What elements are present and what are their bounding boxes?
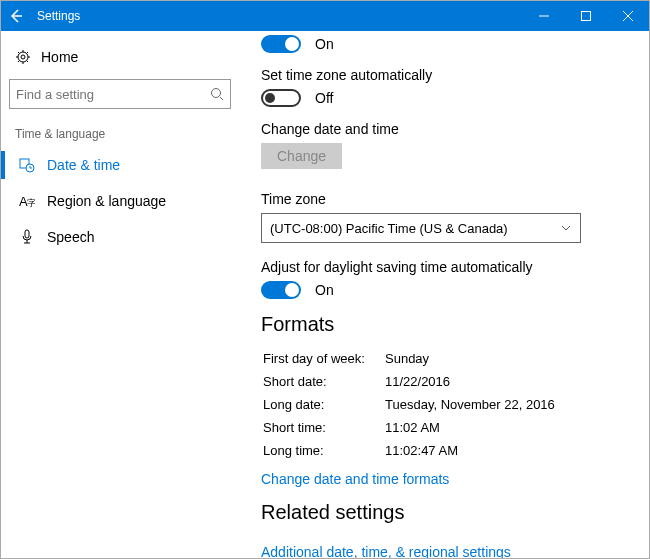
fmt-key: Short time:	[263, 417, 383, 438]
maximize-icon	[581, 11, 591, 21]
additional-settings-link[interactable]: Additional date, time, & regional settin…	[261, 544, 511, 558]
sidebar-item-speech[interactable]: Speech	[9, 219, 231, 255]
sidebar: Home Time & language Date & time A字 Regi…	[1, 31, 239, 558]
minimize-button[interactable]	[523, 1, 565, 31]
globe-letter-icon: A字	[19, 193, 35, 209]
fmt-key: Long date:	[263, 394, 383, 415]
sidebar-item-label: Date & time	[47, 157, 120, 173]
toggle-state: Off	[315, 90, 333, 106]
arrow-left-icon	[8, 8, 24, 24]
svg-point-3	[212, 89, 221, 98]
change-formats-link[interactable]: Change date and time formats	[261, 471, 449, 487]
back-button[interactable]	[1, 1, 31, 31]
formats-table: First day of week:Sunday Short date:11/2…	[261, 346, 557, 463]
sidebar-home-label: Home	[41, 49, 78, 65]
timezone-dropdown[interactable]: (UTC-08:00) Pacific Time (US & Canada)	[261, 213, 581, 243]
window-controls	[523, 1, 649, 31]
sidebar-group-label: Time & language	[15, 127, 231, 141]
toggle-state: On	[315, 282, 334, 298]
fmt-key: Short date:	[263, 371, 383, 392]
chevron-down-icon	[560, 222, 572, 234]
timezone-value: (UTC-08:00) Pacific Time (US & Canada)	[270, 221, 508, 236]
microphone-icon	[19, 229, 35, 245]
svg-rect-0	[582, 12, 591, 21]
close-icon	[623, 11, 633, 21]
svg-text:字: 字	[27, 198, 35, 208]
toggle-row-initial: On	[261, 35, 637, 53]
fmt-key: Long time:	[263, 440, 383, 461]
search-icon	[210, 87, 224, 101]
change-button: Change	[261, 143, 342, 169]
toggle-row-tzauto: Off	[261, 89, 637, 107]
fmt-val: Tuesday, November 22, 2016	[385, 394, 555, 415]
search-input[interactable]	[16, 87, 210, 102]
toggle-state: On	[315, 36, 334, 52]
sidebar-item-label: Speech	[47, 229, 94, 245]
label-timezone: Time zone	[261, 191, 637, 207]
content-area: On Set time zone automatically Off Chang…	[239, 31, 649, 558]
label-dst: Adjust for daylight saving time automati…	[261, 259, 637, 275]
sidebar-item-region[interactable]: A字 Region & language	[9, 183, 231, 219]
related-heading: Related settings	[261, 501, 637, 524]
svg-rect-8	[25, 230, 29, 238]
fmt-val: Sunday	[385, 348, 555, 369]
svg-point-2	[21, 55, 25, 59]
toggle-row-dst: On	[261, 281, 637, 299]
toggle-tzauto[interactable]	[261, 89, 301, 107]
sidebar-home[interactable]: Home	[9, 43, 231, 79]
fmt-key: First day of week:	[263, 348, 383, 369]
sidebar-item-label: Region & language	[47, 193, 166, 209]
label-set-tz-auto: Set time zone automatically	[261, 67, 637, 83]
label-change-datetime: Change date and time	[261, 121, 637, 137]
fmt-val: 11:02:47 AM	[385, 440, 555, 461]
gear-icon	[15, 49, 31, 65]
calendar-clock-icon	[19, 157, 35, 173]
formats-heading: Formats	[261, 313, 637, 336]
titlebar: Settings	[1, 1, 649, 31]
fmt-val: 11:02 AM	[385, 417, 555, 438]
minimize-icon	[539, 11, 549, 21]
window-title: Settings	[31, 9, 523, 23]
maximize-button[interactable]	[565, 1, 607, 31]
toggle-dst[interactable]	[261, 281, 301, 299]
toggle-initial[interactable]	[261, 35, 301, 53]
fmt-val: 11/22/2016	[385, 371, 555, 392]
sidebar-item-datetime[interactable]: Date & time	[9, 147, 231, 183]
search-box[interactable]	[9, 79, 231, 109]
close-button[interactable]	[607, 1, 649, 31]
